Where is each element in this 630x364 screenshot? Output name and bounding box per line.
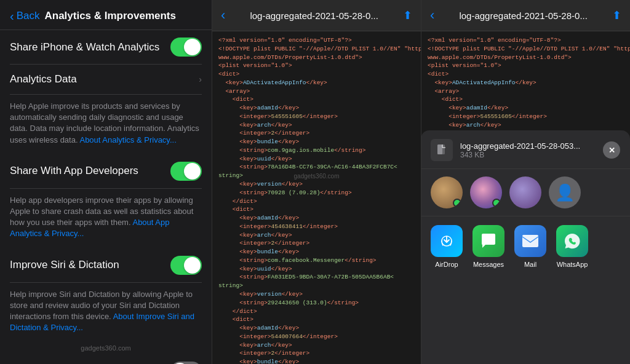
- improve-siri-label: Improve Siri & Dictation: [10, 259, 170, 271]
- chevron-right-icon: ›: [199, 74, 202, 84]
- file-header-right: ‹ log-aggregated-2021-05-28-0... ⬆: [421, 0, 630, 31]
- share-iphone-toggle[interactable]: [170, 38, 202, 57]
- settings-header: ‹ Back Analytics & Improvements: [0, 0, 212, 30]
- share-app-airdrop[interactable]: AirDrop: [431, 225, 463, 268]
- share-icloud-toggle[interactable]: [170, 362, 202, 364]
- file-content-left: <?xml version="1.0" encoding="UTF-8"?> <…: [212, 31, 421, 364]
- file-back-button-right[interactable]: ‹: [430, 7, 434, 23]
- analytics-description: Help Apple improve its products and serv…: [10, 95, 202, 154]
- improve-siri-row: Improve Siri & Dictation: [10, 248, 202, 283]
- analytics-data-row[interactable]: Analytics Data ›: [10, 65, 202, 95]
- share-avatar-1: [431, 176, 463, 208]
- messages-label: Messages: [473, 261, 504, 268]
- whatsapp-app-icon: [556, 225, 588, 257]
- share-apps-row: AirDrop Messages Mail: [421, 216, 630, 277]
- developers-description: Help app developers improve their apps b…: [10, 189, 202, 248]
- share-file-info: log-aggregated-2021-05-28-053... 343 KB: [460, 141, 603, 159]
- share-developers-row: Share With App Developers: [10, 154, 202, 189]
- analytics-privacy-link[interactable]: About Analytics & Privacy...: [79, 135, 176, 144]
- whatsapp-icon: [563, 232, 581, 250]
- watermark-center: gadgets360.com: [294, 170, 340, 182]
- airdrop-app-icon: [431, 225, 463, 257]
- share-person-3[interactable]: [509, 176, 541, 208]
- share-app-whatsapp[interactable]: WhatsApp: [556, 225, 588, 268]
- share-file-size: 343 KB: [460, 151, 603, 159]
- analytics-data-label: Analytics Data: [10, 73, 77, 85]
- share-file-name: log-aggregated-2021-05-28-053...: [460, 141, 583, 151]
- messages-icon: [479, 232, 498, 250]
- share-iphone-row: Share iPhone & Watch Analytics: [10, 30, 202, 65]
- online-indicator-1: [453, 199, 461, 207]
- mail-label: Mail: [524, 261, 536, 268]
- back-button[interactable]: ‹ Back: [10, 10, 39, 22]
- file-header-left: ‹ log-aggregated-2021-05-28-0... ⬆: [212, 0, 421, 31]
- watermark-left: gadgets360.com: [10, 342, 202, 354]
- file-share-button-left[interactable]: ⬆: [403, 9, 412, 22]
- file-title-left: log-aggregated-2021-05-28-0...: [230, 10, 398, 21]
- file-back-button-left[interactable]: ‹: [221, 7, 225, 23]
- file-share-button-right[interactable]: ⬆: [612, 9, 621, 22]
- share-file-icon: [431, 139, 453, 161]
- share-avatar-3: [509, 176, 541, 208]
- share-sheet: log-aggregated-2021-05-28-053... 343 KB …: [421, 130, 630, 364]
- share-person-1[interactable]: [431, 176, 463, 208]
- file-panel-right: ‹ log-aggregated-2021-05-28-0... ⬆ <?xml…: [421, 0, 630, 364]
- share-people-row: [421, 169, 630, 216]
- share-app-mail[interactable]: Mail: [514, 225, 546, 268]
- online-indicator-2: [492, 199, 501, 207]
- share-icloud-row: Share iCloud Analytics: [10, 354, 202, 364]
- share-sheet-header: log-aggregated-2021-05-28-053... 343 KB …: [421, 130, 630, 169]
- airdrop-label: AirDrop: [435, 261, 458, 268]
- share-close-button[interactable]: ✕: [603, 141, 620, 159]
- share-avatar-2: [470, 176, 502, 208]
- svg-rect-1: [437, 144, 442, 154]
- settings-panel: ‹ Back Analytics & Improvements Share iP…: [0, 0, 212, 364]
- airdrop-icon: [437, 232, 456, 250]
- file-panel-left: ‹ log-aggregated-2021-05-28-0... ⬆ <?xml…: [212, 0, 421, 364]
- share-app-messages[interactable]: Messages: [472, 225, 504, 268]
- share-developers-label: Share With App Developers: [10, 165, 170, 177]
- share-avatar-4: [549, 176, 581, 208]
- back-chevron-icon: ‹: [10, 10, 14, 22]
- mail-app-icon: [514, 225, 546, 257]
- share-developers-toggle[interactable]: [170, 162, 202, 181]
- whatsapp-label: WhatsApp: [557, 261, 588, 268]
- page-title: Analytics & Improvements: [44, 10, 202, 22]
- share-iphone-label: Share iPhone & Watch Analytics: [10, 41, 170, 53]
- svg-rect-3: [522, 235, 538, 247]
- messages-app-icon: [472, 225, 504, 257]
- document-icon: [436, 144, 448, 156]
- back-label: Back: [17, 10, 40, 22]
- mail-icon: [521, 234, 540, 248]
- siri-description: Help improve Siri and Dictation by allow…: [10, 283, 202, 342]
- share-person-4[interactable]: [549, 176, 581, 208]
- file-text-left: <?xml version="1.0" encoding="UTF-8"?> <…: [218, 36, 415, 364]
- file-title-right: log-aggregated-2021-05-28-0...: [439, 10, 607, 21]
- improve-siri-toggle[interactable]: [170, 256, 202, 275]
- share-person-2[interactable]: [470, 176, 502, 208]
